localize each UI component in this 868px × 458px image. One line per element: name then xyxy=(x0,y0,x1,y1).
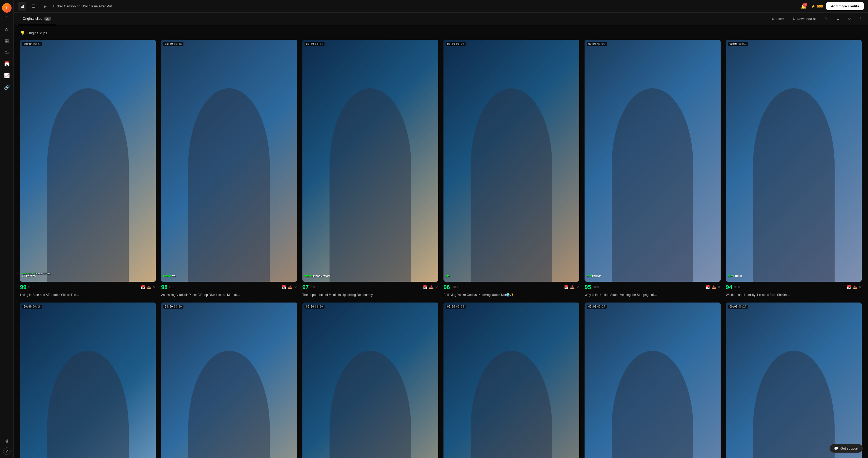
section-title: Original clips xyxy=(27,31,47,35)
clip-meta-4: 95/100 📅 📤 ✕ xyxy=(585,284,720,291)
clip-card-0[interactable]: 00:00 00:21 BECAUSE THESE CITIES & UPDAT… xyxy=(20,40,156,297)
timecode-current: 00:00 xyxy=(165,42,173,45)
upload-icon-2[interactable]: 📤 xyxy=(429,285,433,289)
section-header: 💡 Original clips xyxy=(20,31,862,35)
timecode-current: 00:00 xyxy=(165,305,173,308)
clip-thumbnail-9[interactable]: 00:00 00:36 AND THEY KNOW NOTHING xyxy=(443,303,579,458)
main-area: ⊞ ☰ ▶ Tucker Carlson on US-Russia After … xyxy=(14,0,868,458)
clip-thumbnail-2[interactable]: 00:00 01:01 'MEDIA INFORMATION' xyxy=(302,40,438,282)
calendar-icon-1[interactable]: 📅 xyxy=(282,285,286,289)
clip-card-5[interactable]: 00:00 00:52 BUT I THINK 94/100 📅 📤 ✕ Wis… xyxy=(726,40,862,297)
clip-card-6[interactable]: 00:00 00:16 AND SO ACTUALLY 93/100 📅 📤 ✕… xyxy=(20,303,156,458)
sidebar-item-dashboard[interactable]: ▦ xyxy=(2,35,12,46)
sidebar-item-calendar[interactable]: 📅 xyxy=(2,59,12,69)
cloud-icon: ☁ xyxy=(836,17,840,21)
sort-button[interactable]: ⇅ xyxy=(822,15,830,22)
clip-title-5: Wisdom and Humility: Lessons from Sheikh… xyxy=(726,293,862,297)
sidebar-item-folder[interactable]: 🗂 xyxy=(2,47,12,58)
refresh-button[interactable]: ☁ xyxy=(834,15,842,22)
video-title: Tucker Carlson on US-Russia After Puti..… xyxy=(53,4,796,8)
notifications-button[interactable]: 🔔 7 xyxy=(799,2,808,10)
sync-button[interactable]: ↻ xyxy=(845,15,854,22)
clip-timecode-5: 00:00 00:52 xyxy=(728,42,748,46)
clip-card-3[interactable]: 00:00 01:02 SIR 96/100 📅 📤 ✕ Believing Y… xyxy=(443,40,579,297)
delete-icon-3[interactable]: ✕ xyxy=(576,285,579,289)
delete-icon-5[interactable]: ✕ xyxy=(859,285,862,289)
person-silhouette xyxy=(471,88,552,282)
clip-card-2[interactable]: 00:00 01:01 'MEDIA INFORMATION' 97/100 📅… xyxy=(302,40,438,297)
credits-value: 600 xyxy=(817,4,823,8)
topnav: ⊞ ☰ ▶ Tucker Carlson on US-Russia After … xyxy=(14,0,868,13)
clip-thumbnail-7[interactable]: 00:00 00:20 THE PURPOSE OF DIPLOMACY IS xyxy=(161,303,297,458)
tabs-bar: Original clips 20 ⚙ Filter ⬇ Download al… xyxy=(14,13,868,25)
sidebar-item-link[interactable]: 🔗 xyxy=(2,82,12,92)
tab-original-clips-label: Original clips xyxy=(23,17,42,21)
clip-score-1: 98 xyxy=(161,284,167,291)
calendar-icon-0[interactable]: 📅 xyxy=(141,285,145,289)
calendar-icon-2[interactable]: 📅 xyxy=(423,285,427,289)
clip-card-11[interactable]: 00:00 00:27 YOU WILL GET 88/100 📅 📤 ✕ Th… xyxy=(726,303,862,458)
clip-thumbnail-4[interactable]: 00:00 01:02 BUT I THINK xyxy=(585,40,720,282)
clip-thumbnail-11[interactable]: 00:00 00:27 YOU WILL GET xyxy=(726,303,862,458)
sidebar-item-chart[interactable]: 📈 xyxy=(2,70,12,81)
list-view-icon[interactable]: ☰ xyxy=(29,2,38,10)
grid-view-icon[interactable]: ⊞ xyxy=(18,2,26,10)
calendar-icon-5[interactable]: 📅 xyxy=(846,285,851,289)
person-silhouette xyxy=(753,88,835,282)
content-area: 💡 Original clips 00:00 00:21 BECAUSE THE… xyxy=(14,25,868,458)
delete-icon-4[interactable]: ✕ xyxy=(717,285,721,289)
upload-icon-4[interactable]: 📤 xyxy=(711,285,716,289)
avatar[interactable]: T xyxy=(2,3,11,13)
upload-icon-0[interactable]: 📤 xyxy=(147,285,151,289)
clip-thumbnail-1[interactable]: 00:00 00:18 I WANT TO xyxy=(161,40,297,282)
sidebar-item-home[interactable]: ⌂ xyxy=(2,24,12,34)
calendar-icon-4[interactable]: 📅 xyxy=(705,285,710,289)
timecode-total: 00:20 xyxy=(174,305,182,308)
timecode-current: 00:00 xyxy=(730,42,738,45)
clip-card-9[interactable]: 00:00 00:36 AND THEY KNOW NOTHING 90/100… xyxy=(443,303,579,458)
clip-timecode-11: 00:00 00:27 xyxy=(728,305,748,309)
filter-button[interactable]: ⚙ Filter xyxy=(769,15,787,22)
avatar-chevron-icon[interactable]: ▾ xyxy=(6,15,7,18)
sidebar-item-crown[interactable]: ♛ xyxy=(2,436,12,447)
video-icon[interactable]: ▶ xyxy=(41,2,50,10)
clip-card-4[interactable]: 00:00 01:02 BUT I THINK 95/100 📅 📤 ✕ Why… xyxy=(585,40,720,297)
person-silhouette xyxy=(471,351,552,458)
add-credits-button[interactable]: Add more credits xyxy=(826,2,864,10)
clip-title-3: Believing You're God vs. Knowing You're … xyxy=(443,293,579,297)
upload-icon-5[interactable]: 📤 xyxy=(852,285,857,289)
download-all-button[interactable]: ⬇ Download all xyxy=(790,15,819,22)
delete-icon-2[interactable]: ✕ xyxy=(435,285,438,289)
clip-title-4: Why is the United States Vetoing the Sto… xyxy=(585,293,720,297)
upload-icon-3[interactable]: 📤 xyxy=(570,285,575,289)
meta-icons-0: 📅 📤 ✕ xyxy=(141,285,156,289)
clip-card-8[interactable]: 00:00 01:10 BUT THERE ARE 91/100 📅 📤 ✕ B… xyxy=(302,303,438,458)
clip-thumbnail-3[interactable]: 00:00 01:02 SIR xyxy=(443,40,579,282)
person-silhouette xyxy=(753,351,835,458)
delete-icon-1[interactable]: ✕ xyxy=(294,285,297,289)
person-silhouette xyxy=(330,351,411,458)
timecode-current: 00:00 xyxy=(447,42,455,45)
share-button[interactable]: ⤴ xyxy=(857,15,864,22)
get-support-button[interactable]: 💬 Get support xyxy=(830,444,863,453)
delete-icon-0[interactable]: ✕ xyxy=(153,285,156,289)
clip-thumbnail-10[interactable]: 00:00 01:27 NOW xyxy=(585,303,720,458)
upload-icon-1[interactable]: 📤 xyxy=(288,285,292,289)
timecode-current: 00:00 xyxy=(306,305,314,308)
clip-thumbnail-8[interactable]: 00:00 01:10 BUT THERE ARE xyxy=(302,303,438,458)
clip-thumbnail-0[interactable]: 00:00 00:21 BECAUSE THESE CITIES & UPDAT… xyxy=(20,40,156,282)
tab-original-clips[interactable]: Original clips 20 xyxy=(18,13,56,25)
clip-timecode-0: 00:00 00:21 xyxy=(22,42,42,46)
sidebar-item-help[interactable]: ? xyxy=(3,448,10,455)
filter-label: Filter xyxy=(776,17,784,21)
clip-thumbnail-5[interactable]: 00:00 00:52 BUT I THINK xyxy=(726,40,862,282)
clip-card-7[interactable]: 00:00 00:20 THE PURPOSE OF DIPLOMACY IS … xyxy=(161,303,297,458)
meta-icons-1: 📅 📤 ✕ xyxy=(282,285,297,289)
calendar-icon-3[interactable]: 📅 xyxy=(564,285,568,289)
sync-icon: ↻ xyxy=(848,17,851,21)
clip-card-1[interactable]: 00:00 00:18 I WANT TO 98/100 📅 📤 ✕ Asses… xyxy=(161,40,297,297)
download-icon: ⬇ xyxy=(793,17,795,21)
clip-card-10[interactable]: 00:00 01:27 NOW 89/100 📅 📤 ✕ Leadership … xyxy=(585,303,720,458)
clip-thumbnail-6[interactable]: 00:00 00:16 AND SO ACTUALLY xyxy=(20,303,156,458)
clip-score-max-5: /100 xyxy=(734,285,740,289)
